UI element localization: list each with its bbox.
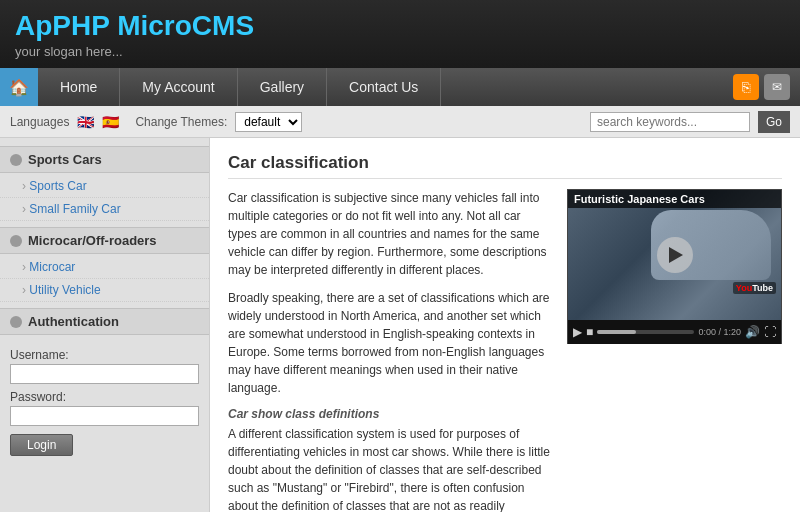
play-button[interactable] [657, 237, 693, 273]
username-label: Username: [10, 348, 199, 362]
paragraph-1: Car classification is subjective since m… [228, 189, 552, 279]
sports-cars-label: Sports Cars [28, 152, 102, 167]
sidebar-item-utility[interactable]: Utility Vehicle [0, 279, 209, 302]
search-button[interactable]: Go [758, 111, 790, 133]
nav-gallery[interactable]: Gallery [238, 68, 327, 106]
username-input[interactable] [10, 364, 199, 384]
main-content: Car classification Car classification is… [210, 138, 800, 512]
video-title: Futuristic Japanese Cars [568, 190, 781, 208]
languages-label: Languages [10, 115, 69, 129]
site-slogan: your slogan here... [15, 44, 785, 59]
sidebar-item-small-family-car[interactable]: Small Family Car [0, 198, 209, 221]
fullscreen-icon[interactable]: ⛶ [764, 325, 776, 339]
home-icon: 🏠 [9, 78, 29, 97]
progress-bar[interactable] [597, 330, 694, 334]
auth-label: Authentication [28, 314, 119, 329]
microcar-section-header: Microcar/Off-roaders [0, 227, 209, 254]
bullet-icon [10, 154, 22, 166]
theme-select[interactable]: default [235, 112, 302, 132]
home-icon-button[interactable]: 🏠 [0, 68, 38, 106]
search-input[interactable] [590, 112, 750, 132]
paragraph-2: Broadly speaking, there are a set of cla… [228, 289, 552, 397]
nav-my-account[interactable]: My Account [120, 68, 237, 106]
youtube-logo: YouTube [733, 282, 776, 294]
sidebar: Sports Cars Sports Car Small Family Car … [0, 138, 210, 512]
content-area: Sports Cars Sports Car Small Family Car … [0, 138, 800, 512]
sports-cars-section-header: Sports Cars [0, 146, 209, 173]
text-column: Car classification is subjective since m… [228, 189, 552, 512]
navigation: 🏠 Home My Account Gallery Contact Us ⎘ ✉ [0, 68, 800, 106]
paragraph-3: A different classification system is use… [228, 425, 552, 512]
change-themes-label: Change Themes: [135, 115, 227, 129]
sidebar-item-sports-car[interactable]: Sports Car [0, 175, 209, 198]
flag-es: 🇪🇸 [102, 114, 119, 130]
flag-uk: 🇬🇧 [77, 114, 94, 130]
video-thumbnail[interactable]: YouTube [568, 190, 781, 320]
password-input[interactable] [10, 406, 199, 426]
stop-icon[interactable]: ■ [586, 325, 593, 339]
rss-icon[interactable]: ⎘ [733, 74, 759, 100]
subheading: Car show class definitions [228, 407, 552, 421]
play-pause-icon[interactable]: ▶ [573, 325, 582, 339]
password-label: Password: [10, 390, 199, 404]
microcar-label: Microcar/Off-roaders [28, 233, 157, 248]
volume-icon[interactable]: 🔊 [745, 325, 760, 339]
nav-icon-area: ⎘ ✉ [733, 74, 800, 100]
toolbar: Languages 🇬🇧 🇪🇸 Change Themes: default G… [0, 106, 800, 138]
page-title: Car classification [228, 153, 782, 179]
video-time: 0:00 / 1:20 [698, 327, 741, 337]
header: ApPHP MicroCMS your slogan here... [0, 0, 800, 68]
bullet-icon-2 [10, 235, 22, 247]
email-icon[interactable]: ✉ [764, 74, 790, 100]
video-player[interactable]: Futuristic Japanese Cars YouTube ▶ ■ 0:0… [567, 189, 782, 344]
sidebar-item-microcar[interactable]: Microcar [0, 256, 209, 279]
site-title: ApPHP MicroCMS [15, 10, 785, 42]
login-button[interactable]: Login [10, 434, 73, 456]
auth-form: Username: Password: Login [0, 337, 209, 461]
nav-contact[interactable]: Contact Us [327, 68, 441, 106]
video-controls: ▶ ■ 0:00 / 1:20 🔊 ⛶ [568, 320, 781, 344]
auth-section-header: Authentication [0, 308, 209, 335]
bullet-icon-3 [10, 316, 22, 328]
progress-fill [597, 330, 636, 334]
nav-home[interactable]: Home [38, 68, 120, 106]
content-layout: Car classification is subjective since m… [228, 189, 782, 512]
